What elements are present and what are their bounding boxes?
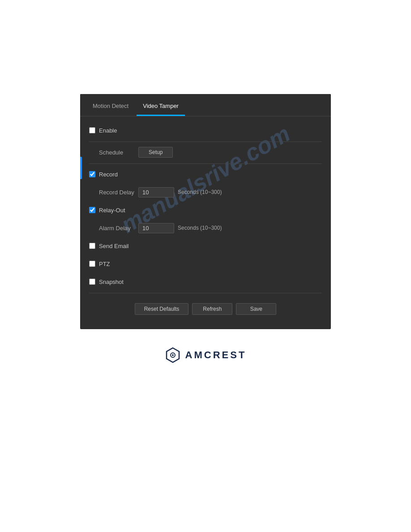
divider-3 [89,293,322,293]
logo-area: AMCREST [0,329,411,377]
snapshot-checkbox[interactable] [89,279,95,285]
record-delay-input[interactable] [138,187,174,197]
tab-bar: Motion Detect Video Tamper [80,94,331,116]
send-email-checkbox-wrap[interactable]: Send Email [89,243,128,249]
relay-out-checkbox[interactable] [89,207,95,213]
setup-button[interactable]: Setup [138,147,173,158]
ptz-checkbox-wrap[interactable]: PTZ [89,261,110,267]
record-checkbox-wrap[interactable]: Record [89,171,118,178]
alarm-delay-suffix: Seconds (10~300) [178,225,222,231]
svg-point-2 [172,354,174,356]
snapshot-label: Snapshot [99,279,124,285]
relay-out-checkbox-wrap[interactable]: Relay-Out [89,207,125,214]
ptz-row: PTZ [89,257,322,270]
ptz-checkbox[interactable] [89,261,95,267]
record-checkbox[interactable] [89,171,95,177]
record-delay-suffix: Seconds (10~300) [178,189,222,195]
snapshot-row: Snapshot [89,275,322,288]
record-row: Record [89,167,322,181]
alarm-delay-input[interactable] [138,223,174,233]
save-button[interactable]: Save [236,303,276,315]
send-email-label: Send Email [99,243,128,249]
record-label: Record [99,171,118,178]
refresh-button[interactable]: Refresh [192,303,232,315]
enable-row: Enable [89,124,322,137]
record-delay-label: Record Delay [89,189,138,196]
reset-defaults-button[interactable]: Reset Defaults [135,303,189,315]
enable-checkbox-wrap[interactable]: Enable [89,127,117,134]
send-email-checkbox[interactable] [89,243,95,249]
tab-motion-detect[interactable]: Motion Detect [86,99,135,116]
logo-text: AMCREST [185,349,247,361]
relay-out-row: Relay-Out [89,203,322,217]
amcrest-logo-icon [165,347,181,363]
relay-out-label: Relay-Out [99,207,125,214]
schedule-label: Schedule [89,149,138,156]
send-email-row: Send Email [89,239,322,253]
divider-1 [89,142,322,142]
settings-panel: Motion Detect Video Tamper Enable Schedu… [80,94,331,329]
divider-2 [89,163,322,164]
blue-edge-indicator [80,157,82,179]
action-buttons: Reset Defaults Refresh Save [89,297,322,322]
record-delay-row: Record Delay Seconds (10~300) [89,185,322,199]
panel-body: Enable Schedule Setup Record Record Dela… [80,116,331,329]
alarm-delay-row: Alarm Delay Seconds (10~300) [89,221,322,235]
schedule-row: Schedule Setup [89,146,322,159]
alarm-delay-label: Alarm Delay [89,225,138,232]
snapshot-checkbox-wrap[interactable]: Snapshot [89,279,124,285]
enable-label: Enable [99,127,117,134]
ptz-label: PTZ [99,261,110,267]
tab-video-tamper[interactable]: Video Tamper [137,99,185,116]
enable-checkbox[interactable] [89,127,95,133]
